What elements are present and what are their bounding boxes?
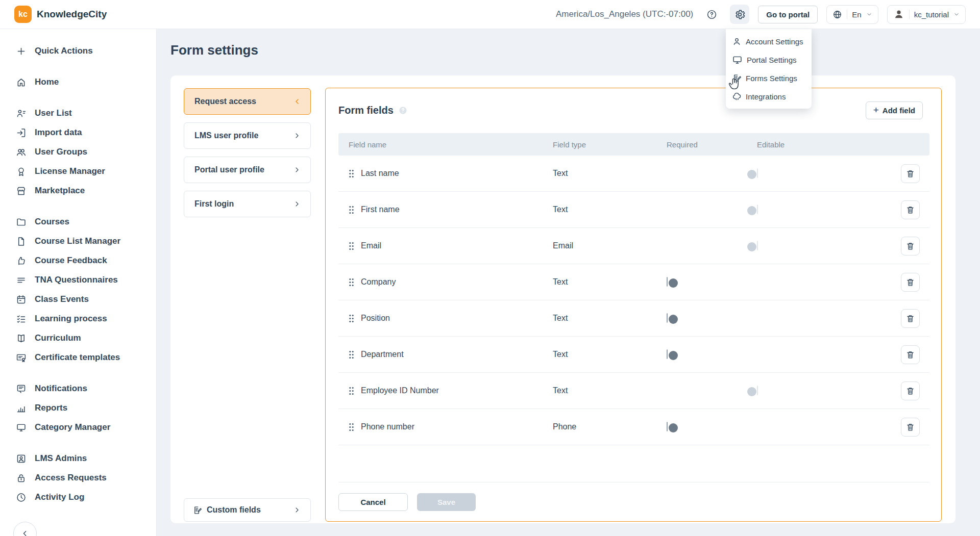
drag-handle-icon[interactable] — [349, 206, 354, 214]
cloud-icon — [732, 92, 742, 101]
sidebar-item-quick-actions[interactable]: Quick Actions — [0, 41, 156, 61]
trash-icon — [905, 314, 915, 323]
help-circle-icon[interactable] — [398, 106, 408, 115]
avatar — [893, 9, 904, 20]
trash-icon — [905, 350, 915, 360]
chevron-right-icon — [293, 166, 301, 174]
required-toggle-department[interactable] — [667, 349, 668, 359]
drag-handle-icon[interactable] — [349, 242, 354, 250]
delete-field-button-department[interactable] — [901, 345, 920, 364]
menu-item-portal-settings[interactable]: Portal Settings — [726, 50, 812, 69]
sidebar-item-course-feedback[interactable]: Course Feedback — [0, 251, 156, 270]
delete-field-button-position[interactable] — [901, 309, 920, 328]
delete-field-button-employee-id-number[interactable] — [901, 381, 920, 400]
menu-item-forms-settings[interactable]: Forms Settings — [726, 69, 812, 87]
sidebar-item-activity-log[interactable]: Activity Log — [0, 488, 156, 507]
delete-field-button-last-name[interactable] — [901, 164, 920, 183]
required-toggle-phone-number[interactable] — [667, 422, 668, 431]
field-name: Email — [361, 241, 381, 250]
sidebar-item-courses[interactable]: Courses — [0, 212, 156, 232]
tab-first-login[interactable]: First login — [184, 191, 311, 217]
delete-field-button-company[interactable] — [901, 273, 920, 292]
empty-row — [338, 445, 929, 482]
delete-field-button-first-name[interactable] — [901, 200, 920, 219]
sidebar-item-class-events[interactable]: Class Events — [0, 290, 156, 309]
field-type: Text — [553, 205, 667, 214]
globe-icon — [832, 10, 842, 19]
sidebar-collapse-button[interactable] — [13, 522, 37, 536]
user-list-icon — [15, 108, 27, 119]
sidebar-item-license-manager[interactable]: License Manager — [0, 162, 156, 181]
custom-fields-label: Custom fields — [207, 505, 261, 515]
plus-icon: + — [873, 105, 879, 115]
import-icon — [15, 127, 27, 138]
table-row-phone-number: Phone numberPhone — [338, 409, 929, 445]
sidebar-item-notifications[interactable]: Notifications — [0, 379, 156, 398]
menu-item-account-settings[interactable]: Account Settings — [726, 32, 812, 50]
required-toggle-position[interactable] — [667, 313, 668, 323]
editable-toggle-last-name — [757, 168, 758, 178]
trash-icon — [905, 205, 915, 215]
sidebar-item-home[interactable]: Home — [0, 72, 156, 92]
drag-handle-icon[interactable] — [349, 350, 354, 359]
table-row-company: CompanyText — [338, 264, 929, 300]
col-required: Required — [667, 140, 757, 149]
go-to-portal-button[interactable]: Go to portal — [758, 6, 818, 23]
form-settings-card: Request accessLMS user profilePortal use… — [170, 75, 955, 523]
tab-lms-user-profile[interactable]: LMS user profile — [184, 122, 311, 149]
col-field-name: Field name — [349, 140, 553, 149]
sidebar-item-lms-admins[interactable]: LMS Admins — [0, 449, 156, 468]
menu-item-integrations[interactable]: Integrations — [726, 87, 812, 106]
required-toggle-company[interactable] — [667, 277, 668, 287]
sidebar-item-certificate-templates[interactable]: Certificate templates — [0, 348, 156, 367]
drag-handle-icon[interactable] — [349, 387, 354, 395]
field-type: Phone — [553, 422, 667, 431]
tab-custom-fields[interactable]: Custom fields — [184, 498, 311, 522]
drag-handle-icon[interactable] — [349, 169, 354, 178]
page-title: Form settings — [170, 42, 258, 58]
sidebar-item-reports[interactable]: Reports — [0, 398, 156, 418]
gear-icon[interactable] — [730, 5, 749, 24]
delete-field-button-phone-number[interactable] — [901, 418, 920, 437]
monitor-icon — [15, 422, 27, 433]
sidebar-item-category-manager[interactable]: Category Manager — [0, 418, 156, 437]
editable-toggle-employee-id-number — [757, 386, 758, 395]
settings-dropdown: Account SettingsPortal SettingsForms Set… — [726, 29, 812, 109]
field-name: Last name — [361, 169, 399, 178]
sidebar-item-user-list[interactable]: User List — [0, 104, 156, 123]
drag-handle-icon[interactable] — [349, 314, 354, 323]
cancel-button[interactable]: Cancel — [338, 493, 408, 511]
sidebar-item-user-groups[interactable]: User Groups — [0, 142, 156, 162]
sidebar: Quick ActionsHomeUser ListImport dataUse… — [0, 29, 157, 536]
drag-handle-icon[interactable] — [349, 278, 354, 287]
chevron-down-icon — [953, 11, 960, 17]
trash-icon — [905, 386, 915, 396]
sidebar-item-import-data[interactable]: Import data — [0, 123, 156, 142]
help-icon[interactable] — [702, 5, 721, 24]
lines-icon — [15, 274, 27, 286]
certificate-icon — [15, 352, 27, 363]
person-icon — [732, 37, 742, 46]
folder-icon — [15, 216, 27, 227]
chevron-right-icon — [293, 200, 301, 208]
sidebar-item-learning-process[interactable]: Learning process — [0, 309, 156, 328]
table-row-position: PositionText — [338, 300, 929, 337]
plus-icon — [15, 45, 27, 57]
chevron-left-icon — [293, 97, 301, 106]
sidebar-item-curriculum[interactable]: Curriculum — [0, 328, 156, 348]
add-field-button[interactable]: + Add field — [866, 101, 923, 119]
field-type: Text — [553, 350, 667, 359]
user-menu[interactable]: kc_tutorial — [887, 5, 966, 24]
sidebar-item-access-requests[interactable]: Access Requests — [0, 468, 156, 488]
sidebar-item-marketplace[interactable]: Marketplace — [0, 181, 156, 200]
checklist-icon — [15, 313, 27, 324]
table-header-row: Field name Field type Required Editable — [338, 133, 929, 156]
sidebar-item-course-list-manager[interactable]: Course List Manager — [0, 232, 156, 251]
tab-portal-user-profile[interactable]: Portal user profile — [184, 157, 311, 183]
chevron-down-icon — [866, 11, 872, 17]
tab-request-access[interactable]: Request access — [184, 88, 311, 115]
drag-handle-icon[interactable] — [349, 423, 354, 431]
sidebar-item-tna-questionnaires[interactable]: TNA Questionnaires — [0, 270, 156, 290]
language-selector[interactable]: En — [826, 5, 878, 24]
delete-field-button-email[interactable] — [901, 237, 920, 256]
